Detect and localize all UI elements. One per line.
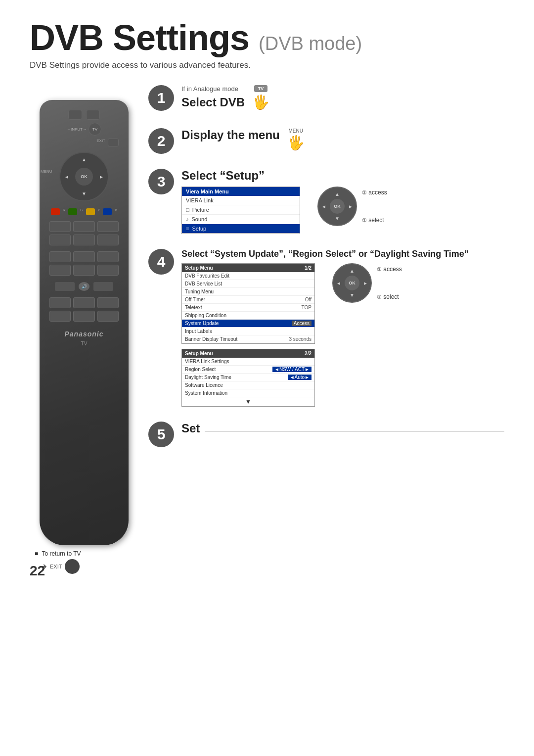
green-button[interactable] bbox=[68, 208, 77, 215]
action-btn-14[interactable] bbox=[73, 297, 94, 308]
access-label-3: access bbox=[368, 189, 387, 196]
menu-item-1: VIERA Link bbox=[182, 196, 300, 205]
step-3-content: Select “Setup” Viera Main Menu VIERA Lin… bbox=[181, 169, 504, 234]
exit-circle-btn[interactable] bbox=[65, 559, 80, 574]
yellow-button[interactable] bbox=[86, 208, 95, 215]
ok-button-4[interactable]: ▲ ▼ ◄ ► OK bbox=[332, 263, 372, 303]
tv-button[interactable]: TV bbox=[89, 123, 101, 136]
table1-row-8: Banner Display Timeout 3 seconds bbox=[182, 335, 314, 343]
table2-row-2: Daylight Saving Time ◄Auto► bbox=[182, 374, 314, 381]
step-1-content: If in Analogue mode Select DVB TV 🖐 bbox=[181, 85, 504, 113]
speaker-icon: 🔊 bbox=[79, 282, 89, 291]
action-btn-5[interactable] bbox=[73, 235, 94, 245]
step-1-heading: Select DVB bbox=[181, 95, 245, 109]
dpad[interactable]: ▲ ▼ ◄ ► OK bbox=[59, 152, 109, 201]
step-3-layout: Viera Main Menu VIERA Link □ Picture ♪ bbox=[181, 187, 504, 234]
vol-btn[interactable] bbox=[55, 282, 75, 291]
action-btn-2[interactable] bbox=[73, 221, 94, 232]
exit-return-row: ➔ EXIT bbox=[40, 559, 138, 574]
table1-row-6: System Update Access bbox=[182, 320, 314, 328]
return-section: ■ To return to TV bbox=[35, 550, 138, 557]
vol-ch-row: 🔊 bbox=[55, 282, 113, 291]
table1-row-7: Input Labels bbox=[182, 328, 314, 335]
action-btn-11[interactable] bbox=[73, 265, 94, 276]
ok-left-4: ◄ bbox=[336, 281, 341, 286]
page-title: DVB Settings (DVB mode) bbox=[30, 20, 504, 55]
step-5-layout: Set bbox=[181, 422, 504, 439]
menu-label: MENU bbox=[41, 169, 52, 174]
action-btn-12[interactable] bbox=[97, 265, 119, 276]
step-2-number: 2 bbox=[148, 128, 174, 154]
ok-ring-3: ▲ ▼ ◄ ► OK bbox=[317, 187, 357, 226]
color-label-g: G bbox=[80, 208, 83, 215]
table2-row-3: Software Licence bbox=[182, 381, 314, 389]
btn-grid-3 bbox=[49, 297, 119, 322]
dpad-wrapper: MENU ▲ ▼ ◄ ► OK bbox=[49, 149, 119, 204]
remote-btn-2[interactable] bbox=[86, 110, 100, 120]
ok-button-3[interactable]: ▲ ▼ ◄ ► OK bbox=[317, 187, 357, 226]
ok-center-4[interactable]: OK bbox=[345, 276, 359, 290]
remote-body: ←INPUT→ TV EXIT MENU ▲ ▼ bbox=[40, 100, 129, 545]
action-btn-1[interactable] bbox=[49, 221, 71, 232]
steps-column: 1 If in Analogue mode Select DVB TV 🖐 bbox=[138, 85, 504, 574]
action-btn-8[interactable] bbox=[73, 251, 94, 262]
action-btn-18[interactable] bbox=[97, 311, 119, 322]
action-btn-16[interactable] bbox=[49, 311, 71, 322]
step-5-heading: Set bbox=[181, 422, 200, 435]
step-4-content: Select “System Update”, “Region Select” … bbox=[181, 249, 504, 407]
exit-btn-top[interactable] bbox=[108, 139, 119, 146]
color-label-r: R bbox=[63, 208, 65, 215]
ok-center-3[interactable]: OK bbox=[330, 199, 345, 214]
remote-tv-label: TV bbox=[81, 341, 88, 346]
step-4-heading: Select “System Update”, “Region Select” … bbox=[181, 249, 504, 259]
action-btn-6[interactable] bbox=[97, 235, 119, 245]
step-2: 2 Display the menu MENU 🖐 bbox=[148, 128, 504, 154]
ok-down-3: ▼ bbox=[335, 216, 340, 221]
action-btn-4[interactable] bbox=[49, 235, 71, 245]
action-btn-9[interactable] bbox=[97, 251, 119, 262]
menu-item-3-label: Sound bbox=[192, 216, 208, 222]
red-button[interactable] bbox=[51, 208, 60, 215]
select-label-4: select bbox=[383, 293, 399, 300]
page-number: 22 bbox=[30, 563, 45, 579]
table1-row-1: DVB Service List bbox=[182, 280, 314, 288]
step-1: 1 If in Analogue mode Select DVB TV 🖐 bbox=[148, 85, 504, 113]
step-1-number: 1 bbox=[148, 85, 174, 111]
dpad-down-arrow: ▼ bbox=[82, 191, 87, 196]
action-btn-17[interactable] bbox=[73, 311, 94, 322]
remote-btn-1[interactable] bbox=[68, 110, 82, 120]
step-5: 5 Set bbox=[148, 422, 504, 447]
table1-row-0: DVB Favourites Edit bbox=[182, 272, 314, 280]
ok-right-4: ► bbox=[363, 281, 368, 286]
action-btn-10[interactable] bbox=[49, 265, 71, 276]
ch-btn[interactable] bbox=[93, 282, 113, 291]
blue-button[interactable] bbox=[103, 208, 112, 215]
access-select-4: access select bbox=[377, 263, 402, 303]
dpad-right-arrow: ► bbox=[99, 174, 104, 180]
btn-grid-2 bbox=[49, 251, 119, 276]
title-sub: (DVB mode) bbox=[259, 33, 362, 54]
menu-item-4-label: Setup bbox=[192, 226, 206, 232]
action-btn-7[interactable] bbox=[49, 251, 71, 262]
color-buttons: R G Y B bbox=[51, 208, 117, 215]
exit-label-top: EXIT bbox=[96, 139, 105, 146]
table1-row-5: Shipping Condition bbox=[182, 312, 314, 320]
ok-up-3: ▲ bbox=[335, 191, 340, 197]
access-select-3: access select bbox=[362, 187, 387, 226]
color-label-y: Y bbox=[98, 208, 100, 215]
ok-down-4: ▼ bbox=[350, 292, 355, 298]
action-btn-3[interactable] bbox=[97, 221, 119, 232]
dpad-up-arrow: ▲ bbox=[82, 157, 87, 162]
table1-row-2: Tuning Menu bbox=[182, 288, 314, 296]
action-btn-15[interactable] bbox=[97, 297, 119, 308]
access-label-4: access bbox=[383, 266, 401, 273]
color-label-b: B bbox=[115, 208, 117, 215]
table2-row-4: System Information bbox=[182, 389, 314, 397]
dpad-ok[interactable]: OK bbox=[75, 168, 93, 186]
hand-icon-1: 🖐 bbox=[252, 94, 269, 110]
picture-icon: □ bbox=[186, 207, 189, 213]
setup-icon: ≡ bbox=[186, 226, 189, 232]
table2-scroll-indicator: ▼ bbox=[182, 397, 314, 406]
menu-item-1-label: VIERA Link bbox=[186, 197, 214, 203]
action-btn-13[interactable] bbox=[49, 297, 71, 308]
